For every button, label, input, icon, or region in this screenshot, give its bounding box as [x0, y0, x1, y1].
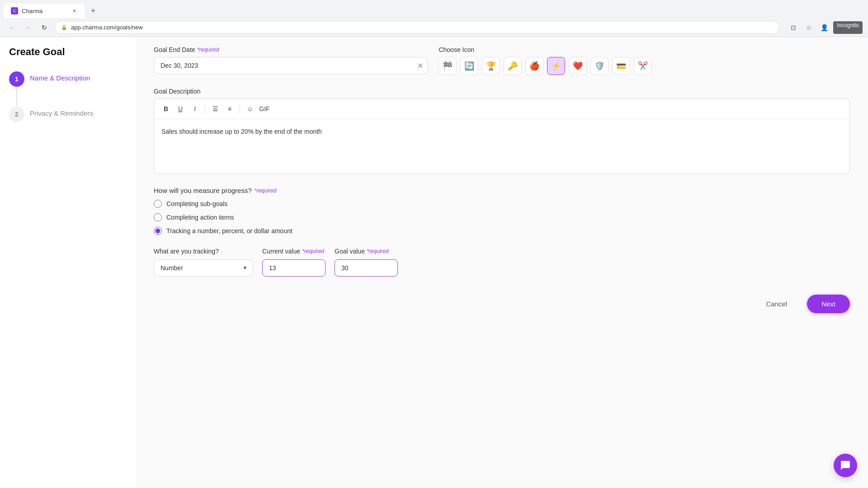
step-item-1[interactable]: 1 Name & Description [9, 71, 127, 87]
lock-icon: 🔒 [61, 24, 67, 30]
current-value-group: Current value *required [262, 248, 326, 277]
icon-btn-recycle[interactable]: 🔄 [460, 57, 478, 75]
browser-chrome: C Charma ✕ + ← → ↻ 🔒 app.charma.com/goal… [0, 0, 868, 37]
current-value-required: *required [302, 248, 324, 254]
emoji-button[interactable]: ☺ [244, 103, 256, 115]
icon-btn-heart[interactable]: ❤️ [569, 57, 587, 75]
radio-item-tracking[interactable]: Tracking a number, percent, or dollar am… [154, 227, 850, 235]
goal-description-label: Goal Description [154, 88, 850, 95]
radio-action-items-label: Completing action items [166, 214, 234, 221]
tracking-section: What are you tracking? Number Percent Do… [154, 248, 850, 277]
reload-button[interactable]: ↻ [38, 21, 51, 34]
app-container: Create Goal 1 Name & Description 2 Priva… [0, 37, 868, 488]
goal-end-date-group: Goal End Date *required ✕ [154, 46, 428, 74]
bullet-list-button[interactable]: ☰ [209, 103, 222, 115]
toolbar-divider-1 [205, 104, 205, 113]
step-2-circle: 2 [9, 107, 24, 122]
icon-btn-card[interactable]: 💳 [612, 57, 630, 75]
goal-value-label: Goal value *required [335, 248, 398, 255]
radio-item-sub-goals[interactable]: Completing sub-goals [154, 200, 850, 208]
radio-tracking[interactable] [154, 227, 162, 235]
step-2-label: Privacy & Reminders [30, 107, 93, 117]
progress-question: How will you measure progress? *required [154, 187, 850, 194]
choose-icon-group: Choose Icon 🏁 🔄 🏆 🔑 🍎 ⚡ ❤️ 🛡️ 💳 ✂️ [439, 46, 850, 75]
goal-end-date-label: Goal End Date *required [154, 46, 428, 53]
progress-required: *required [255, 188, 277, 194]
step-connector [16, 88, 17, 106]
goal-description-editor[interactable]: Sales should increase up to 20% by the e… [154, 119, 849, 174]
icon-btn-scissors[interactable]: ✂️ [634, 57, 652, 75]
browser-actions: ⊡ ☆ 👤 Incognito [787, 21, 863, 34]
tab-bar: C Charma ✕ + [0, 0, 868, 18]
goal-value-input[interactable] [335, 259, 398, 277]
current-value-input[interactable] [262, 259, 326, 277]
icon-grid: 🏁 🔄 🏆 🔑 🍎 ⚡ ❤️ 🛡️ 💳 ✂️ [439, 57, 850, 75]
goal-end-date-required: *required [197, 47, 219, 53]
gif-button[interactable]: GIF [258, 103, 271, 115]
tab-close-button[interactable]: ✕ [71, 7, 78, 14]
tab-favicon: C [11, 7, 18, 14]
goal-description-section: Goal Description B U I ☰ ≡ ☺ GIF Sales s… [154, 88, 850, 174]
editor-toolbar: B U I ☰ ≡ ☺ GIF [154, 99, 849, 119]
progress-radio-group: Completing sub-goals Completing action i… [154, 200, 850, 235]
incognito-badge: Incognito [833, 21, 863, 34]
back-button[interactable]: ← [5, 21, 18, 34]
step-1-label: Name & Description [30, 71, 90, 82]
icon-btn-trophy[interactable]: 🏆 [482, 57, 500, 75]
icon-btn-lightning[interactable]: ⚡ [547, 57, 565, 75]
cast-icon[interactable]: ⊡ [787, 21, 800, 34]
date-input-wrapper: ✕ [154, 57, 428, 74]
icon-btn-flag[interactable]: 🏁 [439, 57, 457, 75]
chat-widget-button[interactable] [834, 454, 857, 477]
tab-title: Charma [22, 8, 42, 14]
radio-action-items[interactable] [154, 213, 162, 221]
goal-value-required: *required [367, 248, 389, 254]
radio-sub-goals-label: Completing sub-goals [166, 200, 227, 207]
radio-sub-goals[interactable] [154, 200, 162, 208]
sidebar: Create Goal 1 Name & Description 2 Priva… [0, 37, 136, 488]
step-1-circle: 1 [9, 71, 24, 87]
what-tracking-label: What are you tracking? [154, 248, 253, 255]
tracking-type-select[interactable]: Number Percent Dollar amount [154, 259, 253, 277]
icon-btn-apple[interactable]: 🍎 [525, 57, 543, 75]
italic-button[interactable]: I [189, 103, 201, 115]
tracking-select-wrapper: Number Percent Dollar amount ▼ [154, 259, 253, 277]
url-text: app.charma.com/goals/new [71, 24, 143, 31]
choose-icon-label: Choose Icon [439, 46, 850, 53]
active-tab[interactable]: C Charma ✕ [4, 4, 85, 18]
step-item-2[interactable]: 2 Privacy & Reminders [9, 107, 127, 122]
radio-item-action-items[interactable]: Completing action items [154, 213, 850, 221]
date-icon-row: Goal End Date *required ✕ Choose Icon 🏁 … [154, 46, 850, 75]
url-bar[interactable]: 🔒 app.charma.com/goals/new [54, 21, 780, 34]
what-tracking-group: What are you tracking? Number Percent Do… [154, 248, 253, 277]
main-content: Goal End Date *required ✕ Choose Icon 🏁 … [136, 37, 868, 488]
editor-container: B U I ☰ ≡ ☺ GIF Sales should increase up… [154, 99, 850, 174]
next-button[interactable]: Next [807, 295, 850, 313]
chat-icon [840, 460, 851, 471]
profile-icon[interactable]: 👤 [818, 21, 830, 34]
progress-section: How will you measure progress? *required… [154, 187, 850, 235]
underline-button[interactable]: U [174, 103, 187, 115]
page-title: Create Goal [9, 46, 127, 58]
goal-end-date-input[interactable] [154, 57, 428, 74]
goal-value-group: Goal value *required [335, 248, 398, 277]
forward-button[interactable]: → [22, 21, 34, 34]
new-tab-button[interactable]: + [87, 5, 99, 17]
icon-btn-shield[interactable]: 🛡️ [590, 57, 609, 75]
ordered-list-button[interactable]: ≡ [223, 103, 236, 115]
icon-btn-key[interactable]: 🔑 [504, 57, 522, 75]
bold-button[interactable]: B [160, 103, 172, 115]
bookmark-icon[interactable]: ☆ [802, 21, 815, 34]
toolbar-divider-2 [240, 104, 240, 113]
footer-actions: Cancel Next [154, 295, 850, 322]
cancel-button[interactable]: Cancel [753, 295, 800, 313]
date-clear-button[interactable]: ✕ [417, 61, 423, 70]
step-list: 1 Name & Description 2 Privacy & Reminde… [9, 71, 127, 122]
current-value-label: Current value *required [262, 248, 326, 255]
address-bar: ← → ↻ 🔒 app.charma.com/goals/new ⊡ ☆ 👤 I… [0, 18, 868, 37]
tracking-fields: What are you tracking? Number Percent Do… [154, 248, 850, 277]
radio-tracking-label: Tracking a number, percent, or dollar am… [166, 227, 292, 235]
